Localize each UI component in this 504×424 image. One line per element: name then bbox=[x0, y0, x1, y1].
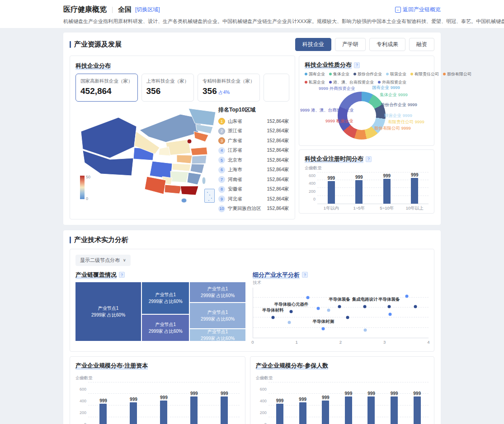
scatter-point bbox=[327, 308, 330, 312]
legend-dot bbox=[305, 73, 307, 75]
bar-cell: 999 bbox=[88, 382, 118, 424]
donut-callout: 集体企业 9999 bbox=[380, 92, 408, 98]
donut-callout: 股份合作企业 9999 bbox=[381, 102, 417, 108]
bar-cell: 999 bbox=[268, 382, 292, 424]
china-choropleth-map[interactable]: 50 0 bbox=[75, 105, 218, 208]
bar-cell: 999 bbox=[209, 382, 240, 424]
bars-row: 999999999999999999999 bbox=[268, 382, 429, 424]
subsector-scatter-chart[interactable]: 技术半导体材料半导体核心元器件半导体封测半导体装备集成电路设计半导体装备0123… bbox=[253, 280, 429, 346]
top-header: 医疗健康概览 全国 [切换区域] ← 返回产业链概览 机械键盘生产企业指利用原材… bbox=[0, 0, 504, 28]
insured-bar-chart[interactable]: 企业数量0200400600800999999999999999999999小于… bbox=[256, 375, 429, 424]
treemap-node[interactable]: 产业节点12999家 占比60% bbox=[190, 329, 245, 341]
donut-callout: 联营企业 9999 bbox=[384, 113, 412, 119]
x-axis-labels: 01234 bbox=[253, 340, 429, 346]
tab-科技企业[interactable]: 科技企业 bbox=[295, 38, 331, 51]
x-tick-label: 10年以上 bbox=[401, 205, 429, 211]
treemap-node-name: 产业节点1 bbox=[155, 321, 176, 328]
bar bbox=[345, 396, 352, 424]
y-tick: 200 bbox=[256, 410, 267, 415]
capital-scale-card: 产业企业规模分布-注册资本 企业数量0200400600800999999999… bbox=[70, 356, 245, 424]
y-tick: 200 bbox=[75, 410, 86, 415]
help-icon[interactable]: ? bbox=[354, 62, 360, 68]
bar-value-label: 999 bbox=[383, 173, 391, 178]
stat-card[interactable]: 专精特新科技企业（家）356占4% bbox=[198, 74, 260, 102]
treemap-node[interactable]: 产业节点12999家 占比60% bbox=[75, 282, 141, 341]
regtime-card-title: 科技企业注册时间分布 bbox=[305, 155, 363, 163]
help-icon[interactable]: ? bbox=[302, 272, 308, 278]
top10-row: 7河南省152,864家 bbox=[218, 175, 289, 185]
stat-card[interactable]: 国家高新科技企业（家）452,864 bbox=[75, 74, 138, 102]
y-tick: 600 bbox=[75, 387, 86, 391]
registration-time-bar-chart[interactable]: 企业数量02004006008009999999999991年以内1~5年5~1… bbox=[305, 165, 429, 211]
tab-产学研[interactable]: 产学研 bbox=[335, 38, 366, 51]
gridline bbox=[253, 317, 429, 317]
bar bbox=[411, 178, 418, 204]
rank-badge-icon: 6 bbox=[218, 167, 225, 173]
top10-row: 4江苏省152,864家 bbox=[218, 145, 289, 155]
bars-row: 999999999999999 bbox=[88, 382, 240, 424]
stat-card-empty[interactable] bbox=[264, 74, 290, 102]
bar-value-label: 999 bbox=[355, 175, 363, 180]
insured-scale-card: 产业企业规模分布-参保人数 企业数量0200400600800999999999… bbox=[250, 356, 434, 424]
bar-value-label: 999 bbox=[221, 391, 228, 396]
stat-extra: 占4% bbox=[219, 90, 230, 95]
tech-analysis-card: 显示二级节点分布 ∨ 产业链覆盖情况? 产业节点12999家 占比60%产业节点… bbox=[70, 249, 434, 352]
scatter-point bbox=[405, 294, 408, 298]
legend-item: 国有企业 bbox=[305, 71, 325, 77]
rank-badge-icon: 2 bbox=[218, 128, 225, 135]
y-tick: 0 bbox=[305, 197, 316, 201]
scatter-point bbox=[388, 312, 391, 316]
rank-badge-icon: 4 bbox=[218, 147, 225, 154]
bar-cell: 999 bbox=[317, 172, 345, 204]
top10-row: 8安徽省152,864家 bbox=[218, 184, 289, 194]
region-name: 河南省 bbox=[228, 177, 267, 183]
help-icon[interactable]: ? bbox=[366, 156, 372, 162]
scatter-point bbox=[290, 310, 293, 313]
bar-cell: 999 bbox=[401, 172, 429, 204]
treemap-node[interactable]: 产业节点12999家 占比60% bbox=[190, 303, 245, 328]
region-label: 全国 bbox=[118, 5, 132, 14]
back-to-overview-link[interactable]: ← 返回产业链概览 bbox=[395, 6, 441, 14]
scatter-point bbox=[271, 316, 274, 319]
legend-item: 股份有限公司 bbox=[443, 71, 471, 77]
bar-cell: 999 bbox=[337, 382, 360, 424]
treemap-node-name: 产业节点1 bbox=[98, 305, 119, 312]
y-tick: 600 bbox=[256, 387, 267, 391]
nature-donut-chart[interactable] bbox=[338, 92, 386, 140]
treemap-node-detail: 2999家 占比60% bbox=[149, 298, 183, 305]
chain-coverage-treemap[interactable]: 产业节点12999家 占比60%产业节点12999家 占比60%产业节点1299… bbox=[75, 282, 245, 341]
donut-callout: 9999 外商投资企业 bbox=[319, 86, 355, 92]
legend-dot bbox=[305, 81, 307, 84]
bar-value-label: 999 bbox=[413, 391, 421, 396]
map-scale-min: 0 bbox=[86, 196, 88, 201]
title-divider bbox=[112, 7, 113, 13]
node-level-dropdown[interactable]: 显示二级节点分布 ∨ bbox=[75, 255, 131, 266]
map-scale-max: 50 bbox=[86, 175, 90, 179]
insured-card-title: 产业企业规模分布-参保人数 bbox=[256, 362, 328, 370]
map-color-scale bbox=[80, 176, 85, 199]
tab-专利成果[interactable]: 专利成果 bbox=[369, 38, 405, 51]
switch-region-link[interactable]: [切换区域] bbox=[135, 6, 160, 14]
bar bbox=[99, 404, 107, 424]
bar-cell: 999 bbox=[360, 382, 383, 424]
nature-legend-row2: 私营企业港、澳、台商投资企业外商投资企业 bbox=[305, 79, 429, 85]
x-tick-label: 1 bbox=[296, 340, 298, 345]
stat-card[interactable]: 上市科技企业（家）356 bbox=[141, 74, 194, 102]
help-icon[interactable]: ? bbox=[119, 272, 125, 278]
treemap-node[interactable]: 产业节点12999家 占比60% bbox=[142, 282, 189, 314]
bar-cell: 999 bbox=[345, 172, 373, 204]
legend-label: 港、澳、台商投资企业 bbox=[333, 79, 374, 85]
bar-cell: 999 bbox=[314, 382, 337, 424]
treemap-node[interactable]: 产业节点12999家 占比60% bbox=[142, 315, 189, 341]
region-name: 河北省 bbox=[228, 196, 267, 202]
treemap-node[interactable]: 产业节点12999家 占比60% bbox=[190, 282, 245, 302]
capital-bar-chart[interactable]: 企业数量0200400600800999999999999999100万以内10… bbox=[75, 375, 240, 424]
y-tick: 600 bbox=[305, 173, 316, 178]
section-title: 产业技术实力分析 bbox=[74, 236, 128, 244]
tab-融资[interactable]: 融资 bbox=[409, 38, 434, 51]
rank-badge-icon: 5 bbox=[218, 157, 225, 163]
treemap-node-name: 产业节点1 bbox=[207, 285, 228, 292]
region-name: 山东省 bbox=[228, 118, 267, 125]
bar-value-label: 999 bbox=[411, 172, 419, 177]
region-value: 152,864家 bbox=[267, 118, 289, 125]
